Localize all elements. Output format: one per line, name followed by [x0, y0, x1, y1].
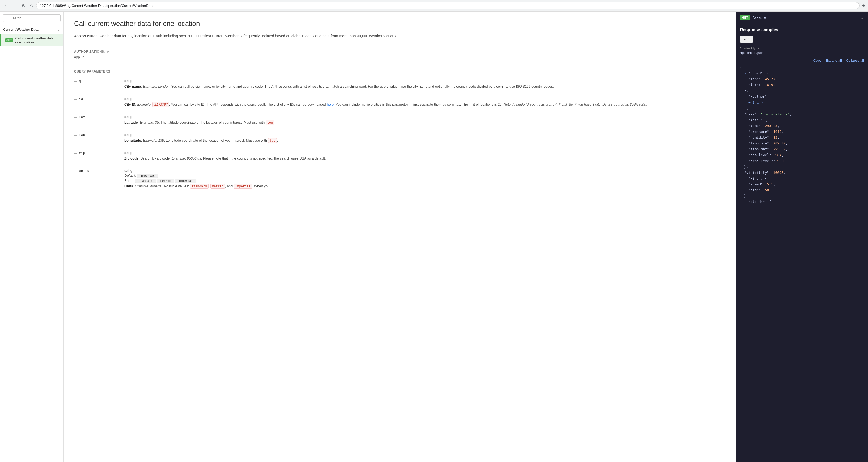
param-type-units: string: [124, 169, 725, 173]
search-input[interactable]: [3, 14, 61, 22]
json-humidity-line: "humidity": 83,: [740, 135, 864, 141]
sidebar: 🔍 Current Weather Data ⌄ GET Call curren…: [0, 12, 63, 462]
main-content: Call current weather data for one locati…: [63, 12, 736, 462]
json-temp-line: "temp": 293.25,: [740, 123, 864, 129]
json-coord-close: },: [740, 88, 864, 94]
expand-all-button[interactable]: Expand all: [826, 59, 842, 62]
json-lat-line: "lat": -16.92: [740, 82, 864, 88]
param-desc-id: City ID. Example: 2172797. You can call …: [124, 102, 725, 107]
json-base-line: "base": "cmc stations",: [740, 112, 864, 117]
param-expand-icon-units[interactable]: ―: [74, 170, 77, 173]
rph-inner: GET /weather: [740, 15, 860, 20]
app-layout: 🔍 Current Weather Data ⌄ GET Call curren…: [0, 12, 868, 462]
json-wind-line: - "wind": {: [740, 176, 864, 182]
here-link[interactable]: here: [327, 102, 334, 106]
reload-button[interactable]: ↻: [21, 2, 27, 10]
param-desc-lat: Latitude. Example: 35. The latitude coor…: [124, 120, 725, 125]
param-default-units: Default: "imperial": [124, 174, 725, 178]
json-open-brace: {: [740, 65, 864, 70]
description: Access current weather data for any loca…: [74, 33, 725, 39]
param-row-q: ― q string City name. Example: London. Y…: [74, 75, 725, 93]
json-visibility-line: "visibility": 16093,: [740, 170, 864, 176]
sidebar-section-header[interactable]: Current Weather Data ⌄: [0, 25, 63, 34]
content-type-label: Content type: [740, 46, 864, 50]
param-row-lat: ― lat string Latitude. Example: 35. The …: [74, 112, 725, 129]
json-weather-expand[interactable]: + { … }: [740, 100, 864, 105]
chevron-down-icon: ⌄: [57, 28, 60, 31]
param-row-units: ― units string Default: "imperial" Enum:…: [74, 165, 725, 193]
param-type-zip: string: [124, 151, 725, 155]
json-block: { - "coord": { "lon": 145.77, "lat": -16…: [740, 65, 864, 205]
json-collapse-weather[interactable]: -: [744, 94, 746, 98]
json-pressure-line: "pressure": 1019,: [740, 129, 864, 135]
endpoint-path: /weather: [753, 16, 767, 20]
param-row-id: ― id string City ID. Example: 2172797. Y…: [74, 93, 725, 112]
authorizations-label: AUTHORIZATIONS:: [74, 50, 105, 54]
url-text: 127.0.0.1:8080/#tag/Current-Weather-Data…: [40, 4, 856, 8]
param-expand-icon-q[interactable]: ―: [74, 80, 77, 83]
param-row-zip: ― zip string Zip code. Search by zip cod…: [74, 147, 725, 165]
param-name-id: id: [79, 97, 83, 101]
json-speed-line: "speed": 5.1,: [740, 182, 864, 187]
param-expand-icon-id[interactable]: ―: [74, 98, 77, 101]
back-button[interactable]: ←: [3, 2, 9, 9]
param-row-lon: ― lon string Longitude. Example: 139. Lo…: [74, 129, 725, 147]
search-box: 🔍: [0, 12, 63, 25]
param-desc-lon: Longitude. Example: 139. Longitude coord…: [124, 138, 725, 144]
expand-button[interactable]: ⌄: [860, 15, 864, 20]
right-panel-header: GET /weather ⌄: [736, 12, 868, 23]
param-expand-icon-lat[interactable]: ―: [74, 116, 77, 119]
browser-chrome: ← → ↻ ⌂ 127.0.0.1:8080/#tag/Current-Weat…: [0, 0, 868, 12]
json-temp-min-line: "temp_min": 289.82,: [740, 141, 864, 146]
json-deg-line: "deg": 150: [740, 187, 864, 193]
bookmark-button[interactable]: ★: [862, 3, 865, 8]
response-samples-section: Response samples 200 Content type applic…: [736, 23, 868, 462]
copy-button[interactable]: Copy: [813, 59, 822, 62]
page-title: Call current weather data for one locati…: [74, 20, 725, 28]
param-expand-icon-zip[interactable]: ―: [74, 152, 77, 155]
param-name-zip: zip: [79, 151, 85, 155]
param-type-lat: string: [124, 115, 725, 119]
param-right-id: string City ID. Example: 2172797. You ca…: [124, 97, 725, 107]
collapse-all-button[interactable]: Collapse all: [846, 59, 864, 62]
param-right-zip: string Zip code. Search by zip code. Exa…: [124, 151, 725, 161]
forward-button[interactable]: →: [12, 2, 19, 9]
address-bar[interactable]: 127.0.0.1:8080/#tag/Current-Weather-Data…: [36, 2, 860, 9]
json-main-line: - "main": {: [740, 117, 864, 123]
code-actions: Copy Expand all Collapse all: [740, 59, 864, 62]
json-weather-close: ],: [740, 105, 864, 112]
param-left-lon: ― lon: [74, 133, 119, 144]
param-right-lat: string Latitude. Example: 35. The latitu…: [124, 115, 725, 125]
expand-arrow-icon[interactable]: ►: [107, 50, 110, 54]
param-right-lon: string Longitude. Example: 139. Longitud…: [124, 133, 725, 144]
param-name-lat: lat: [79, 115, 85, 119]
param-name-lon: lon: [79, 133, 85, 137]
home-button[interactable]: ⌂: [29, 2, 34, 9]
param-type-id: string: [124, 97, 725, 101]
sidebar-item-label: Call current weather data for one locati…: [16, 36, 60, 44]
sidebar-item-current-weather[interactable]: GET Call current weather data for one lo…: [0, 34, 63, 46]
param-desc-q: City name. Example: London. You can call…: [124, 84, 725, 89]
json-collapse-main[interactable]: -: [744, 118, 746, 122]
json-coord-line: - "coord": {: [740, 70, 864, 76]
json-collapse-clouds[interactable]: -: [744, 200, 746, 204]
param-left-units: ― units: [74, 169, 119, 189]
param-type-q: string: [124, 79, 725, 83]
param-enum-units: Enum: "standard""metric""imperial": [124, 179, 725, 183]
response-samples-title: Response samples: [740, 28, 864, 32]
json-sea-level-line: "sea_level": 984,: [740, 152, 864, 158]
status-200-tab[interactable]: 200: [740, 36, 753, 42]
json-clouds-line: - "clouds": {: [740, 199, 864, 205]
param-right-q: string City name. Example: London. You c…: [124, 79, 725, 89]
param-expand-icon-lon[interactable]: ―: [74, 134, 77, 137]
param-left-zip: ― zip: [74, 151, 119, 161]
json-main-close: },: [740, 164, 864, 170]
param-desc-units: Units. Example: imperial. Possible value…: [124, 184, 725, 189]
json-collapse-wind[interactable]: -: [744, 177, 746, 181]
param-desc-zip: Zip code. Search by zip code. Example: 9…: [124, 156, 725, 161]
get-badge: GET: [5, 38, 13, 42]
param-right-units: string Default: "imperial" Enum: "standa…: [124, 169, 725, 189]
param-left-lat: ― lat: [74, 115, 119, 125]
json-collapse-coord[interactable]: -: [744, 71, 746, 75]
param-left-q: ― q: [74, 79, 119, 89]
